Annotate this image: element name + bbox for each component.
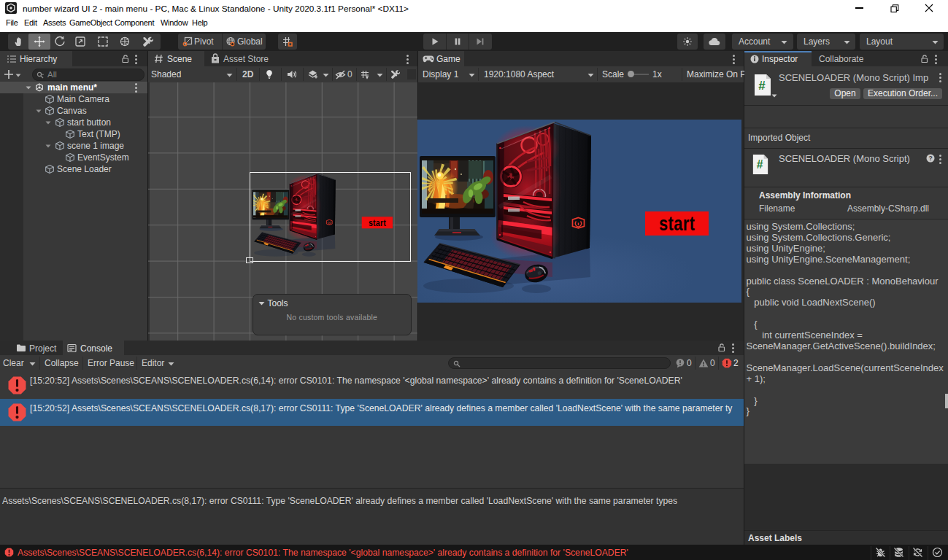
svg-text:?: ?: [928, 155, 932, 162]
svg-text:#: #: [757, 159, 763, 171]
svg-text:#: #: [758, 79, 766, 93]
